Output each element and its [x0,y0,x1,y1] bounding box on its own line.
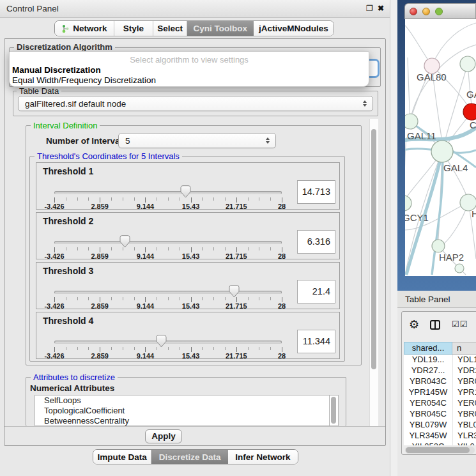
minor-tick [123,347,123,350]
cell-shared-name[interactable]: YBR045C [404,409,452,420]
table-row[interactable]: YBR043CYBR0 [404,376,476,387]
slider-thumb[interactable] [119,235,130,248]
table-data-combobox[interactable]: galFiltered.sif default node [18,96,373,111]
cell-shared-name[interactable]: YDL19... [404,355,452,365]
settings-scrollbar[interactable] [369,119,378,426]
table-row[interactable]: YIL052CYIL0 [404,441,476,445]
node-selected-red[interactable] [463,104,476,120]
tab-cyni-toolbox[interactable]: Cyni Toolbox [187,21,254,36]
tab-style[interactable]: Style [114,21,154,36]
cell-name[interactable]: YBL0 [452,420,476,431]
network-view-canvas[interactable]: GAL80 GA C GAL11 GAL4 GCY1 H HAP2 [405,19,476,276]
cell-name[interactable]: YIL0 [452,441,476,445]
minor-tick [168,297,169,300]
cell-name[interactable]: YDR2 [452,365,476,376]
table-hscrollbar-thumb[interactable] [406,447,470,453]
interval-definition-title: Interval Definition [31,121,100,130]
node-gal11[interactable] [405,114,418,129]
tab-impute-data[interactable]: Impute Data [93,450,151,464]
number-of-intervals-label: Number of Intervals [46,136,127,146]
major-tick [54,297,55,302]
node-gal4[interactable] [431,141,453,162]
split-columns-icon[interactable] [430,320,440,330]
slider-thumb[interactable] [156,335,167,348]
cell-shared-name[interactable]: YER054C [404,398,452,409]
cell-shared-name[interactable]: YDR27... [404,365,452,376]
node-hap2[interactable] [432,240,445,252]
minor-tick [202,347,203,350]
attribute-list-item[interactable]: BetweennessCentrality [35,416,329,426]
tab-infer-network[interactable]: Infer Network [228,450,298,464]
table-row[interactable]: YDR27...YDR2 [404,365,476,376]
minor-tick [213,247,214,250]
numerical-attributes-list[interactable]: SelfLoopsTopologicalCoefficientBetweenne… [35,395,330,426]
minor-tick [270,197,271,201]
cell-shared-name[interactable]: YPR145W [404,387,452,398]
cell-name[interactable]: YDL1 [452,355,476,365]
number-of-intervals-combobox[interactable]: 5 [118,133,276,148]
attribute-list-item[interactable]: SelfLoops [35,395,329,406]
apply-button[interactable]: Apply [145,429,182,443]
cell-shared-name[interactable]: YBR043C [404,376,452,387]
settings-scrollbar-thumb[interactable] [371,129,376,369]
table-column-shared-name[interactable]: shared... [404,342,452,355]
node-ga[interactable] [460,56,475,72]
table-row[interactable]: YLR345WYLR3 [404,431,476,441]
minor-tick [270,247,271,250]
tab-select[interactable]: Select [153,21,187,36]
cell-shared-name[interactable]: YIL052C [404,441,452,445]
threshold-value-field[interactable]: 11.344 [297,330,335,353]
cell-name[interactable]: YER0 [452,398,476,409]
slider-track[interactable] [54,341,282,344]
cell-name[interactable]: YBR0 [452,409,476,420]
close-window-icon[interactable]: ✖ [378,4,384,13]
float-window-icon[interactable]: ❐ [366,4,373,13]
table-hscrollbar[interactable] [405,447,475,454]
select-columns-icons[interactable]: ☑☑ [452,319,468,329]
cell-name[interactable]: YPR1 [452,387,476,398]
table-row[interactable]: YDL19...YDL1 [404,355,476,365]
minor-tick [259,247,259,250]
threshold-box: Threshold 1-3.4262.8599.14415.4321.71528… [36,162,340,210]
slider-track[interactable] [54,241,282,244]
mac-close-icon[interactable] [410,8,417,15]
node-small[interactable] [455,264,464,273]
tick-label: 28 [278,252,286,260]
threshold-value-field[interactable]: 14.713 [297,180,335,204]
threshold-value-field[interactable]: 6.316 [297,230,335,254]
threshold-value-field[interactable]: 21.4 [297,280,335,303]
table-row[interactable]: YPR145WYPR1 [404,387,476,398]
table-row[interactable]: YER054CYER0 [404,398,476,409]
minor-tick [77,297,78,300]
table-row[interactable]: YBL079WYBL0 [404,420,476,431]
cell-name[interactable]: YLR3 [452,431,476,441]
algorithm-prompt-item[interactable]: Select algorithm to view settings [10,55,369,65]
gear-icon[interactable]: ⚙ [409,318,419,332]
slider-thumb[interactable] [229,285,240,298]
slider-thumb[interactable] [180,185,191,198]
network-window-titlebar[interactable] [404,3,476,19]
cell-shared-name[interactable]: YLR345W [404,431,452,441]
table-row[interactable]: YBR045CYBR0 [404,409,476,420]
algorithm-item-manual[interactable]: Manual Discretization [12,65,101,75]
mac-minimize-icon[interactable] [422,8,430,15]
table-column-name[interactable]: n [452,342,476,355]
major-tick [145,297,146,302]
attribute-list-item[interactable]: TopologicalCoefficient [35,406,329,416]
slider-track[interactable] [54,191,282,194]
tick-label: 21.715 [226,203,247,210]
node-gcy1[interactable] [405,196,411,211]
attributes-scrollbar-thumb[interactable] [331,397,336,424]
attributes-list-scrollbar[interactable] [330,395,339,426]
tab-jactivemnodules[interactable]: jActiveMNodules [254,21,334,36]
cell-shared-name[interactable]: YBL079W [404,420,452,431]
node-table[interactable]: YDL19...YDL1YDR27...YDR2YBR043CYBR0YPR14… [404,355,476,445]
mac-zoom-icon[interactable] [435,8,443,15]
minor-tick [111,197,112,201]
cell-name[interactable]: YBR0 [452,376,476,387]
algorithm-item-equal-width[interactable]: Equal Width/Frequency Discretization [12,75,156,85]
tab-discretize-data[interactable]: Discretize Data [151,450,227,464]
slider-track[interactable] [54,291,282,294]
tab-network[interactable]: Network [55,21,114,36]
panel-divider[interactable] [390,0,397,476]
